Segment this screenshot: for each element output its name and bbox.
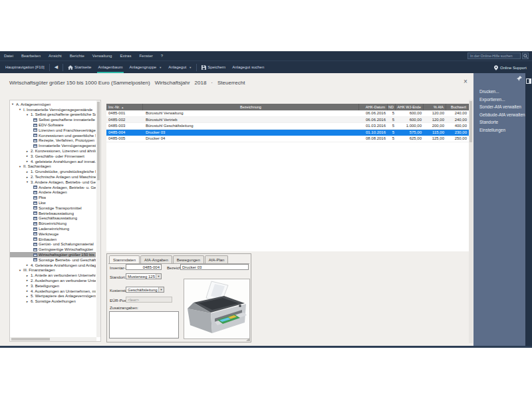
tab-AfA-Plan[interactable]: AfA-Plan <box>205 255 229 263</box>
tab-Stammdaten[interactable]: Stammdaten <box>109 255 140 263</box>
tree-item[interactable]: ►3. Beteiligungen <box>10 283 96 289</box>
tree-item[interactable]: ►1. Anteile an verbundenen Unternehmen <box>10 273 96 278</box>
sidebar-item[interactable]: Exportieren... <box>473 96 525 104</box>
tree-item[interactable]: Andere Anlagen <box>10 190 96 196</box>
expand-arrow-icon[interactable]: ► <box>26 263 31 267</box>
tree-item[interactable]: Andere Anlagen, Betriebs- u. Geschäftsau… <box>10 185 96 190</box>
collapse-arrow-icon[interactable]: ▼ <box>19 108 23 111</box>
expand-arrow-icon[interactable]: ► <box>26 295 31 298</box>
tree-item[interactable]: ►3. Geschäfts- oder Firmenwert <box>10 154 96 159</box>
expand-arrow-icon[interactable]: ► <box>26 274 31 277</box>
tree-item[interactable]: Geschäftsausstattung <box>10 216 96 221</box>
tree-item[interactable]: Sonstige Betriebs- und Geschäftsausstatt… <box>10 257 96 263</box>
tree-item[interactable]: ►4. Geleistete Anzahlungen und Anlagen i… <box>10 263 96 268</box>
tree-item[interactable]: Werkzeuge <box>10 231 96 237</box>
tree-item[interactable]: Betriebsausstattung <box>10 211 96 216</box>
expand-arrow-icon[interactable]: ► <box>26 150 31 153</box>
tree-item[interactable]: ▼II. Sachanlagen <box>10 164 96 170</box>
online-support-button[interactable]: Online Support <box>494 61 527 74</box>
tree-item[interactable]: EDV-Software <box>10 122 96 128</box>
tree-item[interactable]: Selbst geschaffene immaterielle Vermögen… <box>10 117 96 122</box>
expand-arrow-icon[interactable]: ► <box>26 284 31 287</box>
tree-item[interactable]: ►4. geleistete Anzahlungen auf immat. Ve… <box>10 159 96 164</box>
menu-item-7[interactable]: ? <box>157 51 167 61</box>
column-header[interactable]: Buchwert <box>446 104 469 110</box>
menu-item-5[interactable]: Extras <box>116 51 135 61</box>
speichern-button[interactable]: Speichern <box>198 61 229 74</box>
tree-item[interactable]: ▼III. Finanzanlagen <box>10 268 96 273</box>
tree-item[interactable]: ►4. Ausleihungen an Unternehmen, mit den… <box>10 289 96 294</box>
expand-arrow-icon[interactable]: ► <box>26 154 31 158</box>
anlagegut-suchen-button[interactable]: Anlagegut suchen <box>229 61 267 74</box>
tree-horizontal-scrollbar[interactable] <box>10 337 96 341</box>
tree-item[interactable]: Geringwertige Wirtschaftsgüter <box>10 247 96 252</box>
anlagenbaum-button[interactable]: Anlagenbaum <box>94 61 126 74</box>
column-header[interactable]: AHK WJ-Ende <box>396 104 424 110</box>
tree-item[interactable]: Immaterielle Vermögensgegenstände in Ent… <box>10 143 96 148</box>
column-header[interactable]: Bezeichnung <box>143 104 359 110</box>
zusatzangaben-textarea[interactable] <box>109 311 179 338</box>
tree-item[interactable]: ►6. Sonstige Ausleihungen <box>10 299 96 304</box>
collapse-arrow-icon[interactable]: ▼ <box>26 180 31 184</box>
menu-item-4[interactable]: Verwaltung <box>88 51 116 61</box>
sidebar-item[interactable]: Drucken... <box>473 88 525 96</box>
tree-item[interactable]: Lkw <box>10 200 96 205</box>
hauptnavigation-button[interactable]: Hauptnavigation [F10] <box>2 61 48 74</box>
menu-item-2[interactable]: Ansicht <box>45 51 66 61</box>
scrollbar-thumb[interactable] <box>469 101 472 142</box>
expand-arrow-icon[interactable]: ► <box>26 279 31 282</box>
table-row[interactable]: 0485-003Bürostuhl Geschäftsleitung01.03.… <box>106 123 469 130</box>
expand-arrow-icon[interactable]: ► <box>26 170 31 174</box>
menu-item-3[interactable]: Berichte <box>66 51 88 61</box>
startseite-button[interactable]: Startseite <box>65 61 94 74</box>
tree-item[interactable]: ▼A. Anlagevermögen <box>10 102 96 107</box>
kostenstelle-select[interactable]: Geschäftsleitung ▼ <box>126 287 164 293</box>
table-row[interactable]: 0485-004Drucker 0301.10.20165575,00115,0… <box>106 130 469 136</box>
tree-item[interactable]: Lizenzen und Franchiseverträge <box>10 128 96 133</box>
tree-item[interactable]: Einbauten <box>10 237 96 242</box>
sidebar-item[interactable]: Standorte <box>473 118 525 126</box>
anlagegut-button[interactable]: Anlagegut ▼ <box>165 61 195 74</box>
tree-item[interactable]: ►5. Wertpapiere des Anlagevermögens <box>10 293 96 299</box>
tree-item[interactable]: ►2. Konzessionen, Lizenzen und ähnliche … <box>10 148 96 154</box>
resize-grip[interactable] <box>246 337 250 341</box>
tree-item[interactable]: Pkw <box>10 195 96 200</box>
collapsed-panel-icon[interactable] <box>526 78 531 84</box>
scrollbar-thumb[interactable] <box>97 102 100 180</box>
collapse-arrow-icon[interactable]: ▼ <box>19 269 23 272</box>
tree-item[interactable]: ▼3. Andere Anlagen, Betriebs- und Geschä… <box>10 180 96 185</box>
tree-item[interactable]: Konzessionen und gewerbliche Schutzrecht… <box>10 133 96 138</box>
menu-item-1[interactable]: Bearbeiten <box>17 51 45 61</box>
menu-item-6[interactable]: Fenster <box>135 51 156 61</box>
standort-select[interactable]: Musterweg 125 ▼ <box>126 273 162 279</box>
table-row[interactable]: 0485-005Drucker 0408.08.20165625,00125,0… <box>106 136 469 142</box>
tab-Bewegungen[interactable]: Bewegungen <box>173 255 204 263</box>
column-header[interactable]: ND <box>388 104 396 110</box>
tree-item[interactable]: Büroeinrichtung <box>10 221 96 226</box>
tree-item[interactable]: Wirtschaftsgüter größer 150 bis 1000 Eur… <box>10 252 96 257</box>
sidebar-item[interactable]: Sonder-AfA verwalten <box>473 103 525 111</box>
column-header[interactable]: AHK-Datum <box>359 104 388 110</box>
wirtschaftsjahr-value[interactable]: 2018 <box>195 80 207 86</box>
help-search-input[interactable] <box>467 53 521 59</box>
tree-item[interactable]: Rezepte, Verfahren, Prototypen <box>10 138 96 144</box>
tree-item[interactable]: ►2. Ausleihungen an verbundene Unternehm… <box>10 278 96 283</box>
column-header[interactable]: % AfA <box>424 104 446 110</box>
chevron-down-icon[interactable]: ▼ <box>156 274 161 279</box>
tree-item[interactable]: Ladeneinrichtung <box>10 226 96 231</box>
expand-arrow-icon[interactable]: ► <box>26 160 31 163</box>
table-row[interactable]: 0485-001Bürostuhl Verwaltung06.06.201656… <box>106 110 469 117</box>
column-header[interactable]: Inv.-Nr.▲ <box>106 104 143 110</box>
table-row[interactable]: 0485-002Bürostuhl Vertrieb06.06.20165600… <box>106 117 469 124</box>
collapse-arrow-icon[interactable]: ▼ <box>26 113 31 116</box>
sidebar-item[interactable]: Einstellungen <box>473 126 525 134</box>
chevron-down-icon[interactable]: ▼ <box>158 287 164 292</box>
close-view-button[interactable]: × <box>462 78 469 86</box>
tree-vertical-scrollbar[interactable] <box>96 100 100 337</box>
tree-item[interactable]: Sonstige Transportmittel <box>10 205 96 211</box>
tab-AfA-Angaben[interactable]: AfA-Angaben <box>140 255 172 263</box>
main-vertical-scrollbar[interactable] <box>469 100 473 343</box>
tree-item[interactable]: ▼1. Selbst geschaffene gewerbliche Schut… <box>10 112 96 118</box>
scrollbar-thumb[interactable] <box>11 338 50 340</box>
collapse-arrow-icon[interactable]: ▼ <box>19 165 23 168</box>
